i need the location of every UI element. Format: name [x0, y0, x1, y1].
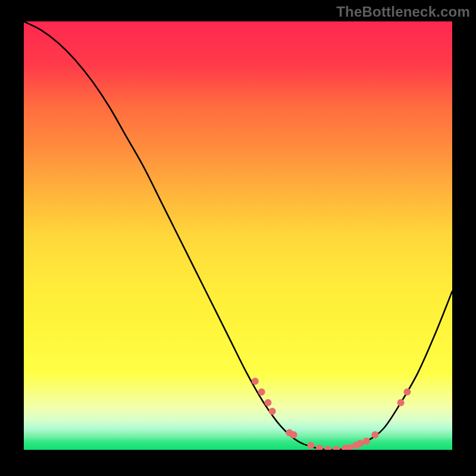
- curve-marker: [324, 446, 331, 450]
- curve-marker: [307, 442, 314, 449]
- curve-marker: [269, 408, 276, 415]
- curve-marker: [258, 389, 265, 396]
- curve-path: [24, 21, 452, 450]
- curve-marker: [316, 444, 323, 450]
- curve-dots: [252, 378, 411, 450]
- curve-marker: [333, 446, 340, 450]
- curve-marker: [371, 431, 378, 439]
- curve-marker: [290, 431, 298, 439]
- chart-root: TheBottleneck.com: [0, 0, 476, 476]
- plot-area: [24, 21, 452, 450]
- curve-marker: [346, 444, 353, 450]
- curve-marker: [356, 440, 364, 447]
- curve-marker: [363, 438, 370, 445]
- curve-marker: [252, 378, 259, 385]
- curve-marker: [264, 399, 271, 406]
- watermark-text: TheBottleneck.com: [336, 4, 470, 20]
- curve-marker: [397, 399, 405, 406]
- curve-svg: [24, 21, 452, 450]
- curve-marker: [403, 389, 411, 396]
